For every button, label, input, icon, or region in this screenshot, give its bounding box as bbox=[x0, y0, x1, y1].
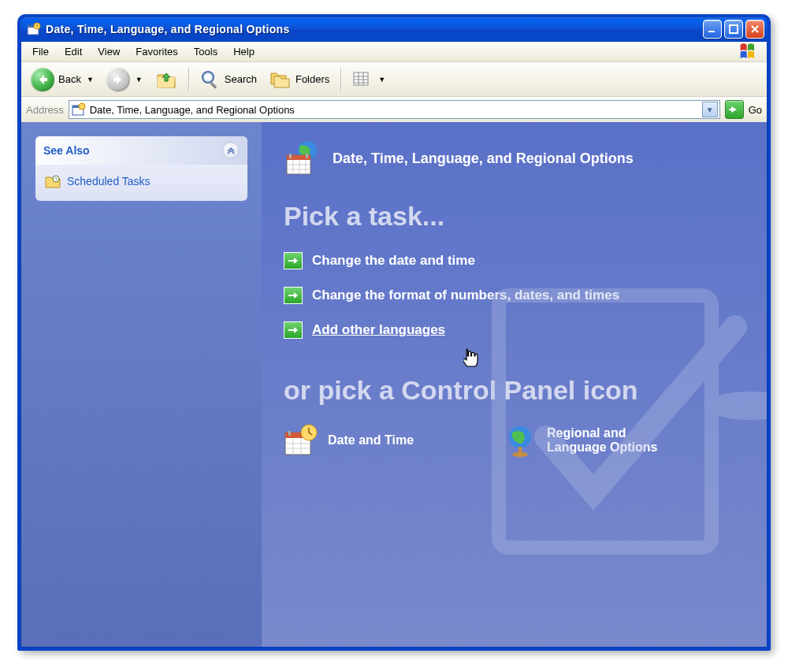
svg-rect-7 bbox=[210, 82, 217, 89]
back-icon bbox=[31, 68, 54, 91]
svg-rect-23 bbox=[289, 154, 292, 158]
up-button[interactable] bbox=[151, 66, 182, 93]
search-button[interactable]: Search bbox=[195, 67, 262, 92]
folders-button[interactable]: Folders bbox=[265, 67, 334, 92]
svg-rect-41 bbox=[519, 447, 522, 453]
svg-rect-8 bbox=[354, 72, 368, 85]
go-label: Go bbox=[749, 104, 762, 116]
window-frame: Date, Time, Language, and Regional Optio… bbox=[17, 14, 771, 651]
task-label: Change the date and time bbox=[312, 253, 475, 269]
views-icon bbox=[352, 71, 373, 88]
back-dropdown-icon[interactable]: ▼ bbox=[87, 76, 94, 84]
svg-point-16 bbox=[79, 103, 85, 110]
scheduled-tasks-icon bbox=[45, 174, 61, 188]
forward-icon bbox=[106, 68, 130, 91]
decorative-background-icon bbox=[452, 248, 767, 595]
back-button[interactable]: Back ▼ bbox=[26, 65, 98, 94]
pick-task-heading: Pick a task... bbox=[284, 201, 745, 232]
menu-edit[interactable]: Edit bbox=[57, 43, 90, 60]
globe-icon bbox=[503, 423, 537, 458]
address-label: Address bbox=[26, 104, 64, 116]
menu-file[interactable]: File bbox=[24, 43, 57, 60]
see-also-box: See Also Scheduled Tasks bbox=[35, 136, 247, 201]
menu-view[interactable]: View bbox=[90, 43, 128, 60]
category-header: Date, Time, Language, and Regional Optio… bbox=[284, 139, 745, 177]
search-label: Search bbox=[225, 73, 257, 85]
address-icon bbox=[71, 102, 87, 117]
windows-logo-icon bbox=[738, 43, 764, 61]
folders-label: Folders bbox=[296, 73, 329, 85]
see-also-title: See Also bbox=[43, 144, 90, 157]
folders-icon bbox=[269, 69, 292, 90]
date-time-icon bbox=[284, 423, 318, 458]
menu-help[interactable]: Help bbox=[225, 43, 262, 60]
client-area: File Edit View Favorites Tools Help Back… bbox=[20, 41, 768, 648]
minimize-button[interactable] bbox=[703, 20, 722, 39]
go-arrow-icon bbox=[729, 104, 740, 115]
address-combo[interactable]: Date, Time, Language, and Regional Optio… bbox=[69, 100, 720, 119]
arrow-icon bbox=[284, 252, 303, 269]
task-add-languages[interactable]: Add other languages bbox=[284, 321, 745, 339]
forward-dropdown-icon[interactable]: ▼ bbox=[136, 76, 143, 84]
svg-point-6 bbox=[205, 74, 211, 80]
address-text: Date, Time, Language, and Regional Optio… bbox=[87, 104, 702, 116]
go-button[interactable] bbox=[725, 100, 744, 119]
views-dropdown-icon[interactable]: ▼ bbox=[378, 76, 385, 84]
svg-rect-32 bbox=[288, 431, 291, 436]
window-title: Date, Time, Language, and Regional Optio… bbox=[46, 23, 703, 35]
close-button[interactable] bbox=[745, 20, 764, 39]
svg-rect-24 bbox=[306, 154, 308, 158]
up-folder-icon bbox=[155, 69, 177, 91]
menu-favorites[interactable]: Favorites bbox=[128, 43, 185, 60]
category-title: Date, Time, Language, and Regional Optio… bbox=[333, 150, 634, 167]
svg-rect-4 bbox=[730, 25, 738, 33]
sidebar-item-label: Scheduled Tasks bbox=[67, 175, 151, 187]
maximize-button[interactable] bbox=[724, 20, 743, 39]
address-dropdown-icon[interactable]: ▼ bbox=[702, 102, 718, 117]
arrow-icon bbox=[284, 287, 303, 304]
task-label: Add other languages bbox=[312, 322, 445, 338]
back-label: Back bbox=[58, 73, 81, 85]
sidebar-item-scheduled-tasks[interactable]: Scheduled Tasks bbox=[45, 174, 238, 188]
titlebar[interactable]: Date, Time, Language, and Regional Optio… bbox=[20, 17, 768, 41]
views-button[interactable]: ▼ bbox=[348, 69, 390, 91]
cp-icon-label: Date and Time bbox=[328, 433, 414, 447]
see-also-header[interactable]: See Also bbox=[35, 136, 247, 165]
app-icon bbox=[27, 22, 41, 36]
right-panel: Date, Time, Language, and Regional Optio… bbox=[262, 122, 767, 647]
left-panel: See Also Scheduled Tasks bbox=[21, 122, 262, 647]
svg-rect-3 bbox=[708, 31, 715, 32]
forward-button[interactable]: ▼ bbox=[102, 65, 147, 94]
menubar: File Edit View Favorites Tools Help bbox=[21, 42, 767, 62]
menu-tools[interactable]: Tools bbox=[186, 43, 225, 60]
address-bar: Address Date, Time, Language, and Region… bbox=[21, 97, 767, 122]
collapse-icon[interactable] bbox=[222, 142, 240, 159]
category-icon bbox=[284, 139, 322, 177]
search-icon bbox=[200, 69, 221, 90]
toolbar: Back ▼ ▼ bbox=[21, 62, 767, 97]
arrow-icon bbox=[284, 321, 303, 339]
content-area: See Also Scheduled Tasks bbox=[21, 122, 767, 647]
